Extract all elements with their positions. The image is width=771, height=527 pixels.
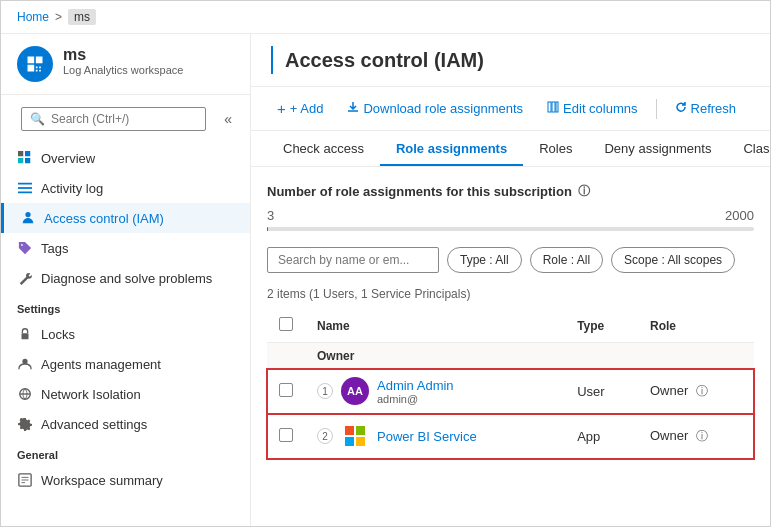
tab-check-access[interactable]: Check access xyxy=(267,131,380,166)
row-2-name-cell: 2 xyxy=(305,414,565,459)
group-label: Owner xyxy=(305,343,754,370)
sidebar-item-overview[interactable]: Overview xyxy=(1,143,250,173)
download-button[interactable]: Download role assignments xyxy=(337,96,533,121)
refresh-icon xyxy=(675,101,687,116)
svg-point-12 xyxy=(23,422,27,426)
settings-icon xyxy=(17,416,33,432)
type-filter-button[interactable]: Type : All xyxy=(447,247,522,273)
row-2-name-link[interactable]: Power BI Service xyxy=(377,429,477,444)
progress-min: 3 xyxy=(267,208,274,223)
svg-rect-17 xyxy=(548,102,551,112)
add-button[interactable]: + + Add xyxy=(267,95,333,122)
sidebar-item-locks[interactable]: Locks xyxy=(1,319,250,349)
sidebar: ms Log Analytics workspace 🔍 « Overview xyxy=(1,34,251,526)
grid-icon xyxy=(17,150,33,166)
select-all-checkbox[interactable] xyxy=(279,317,293,331)
sidebar-item-workspace-summary[interactable]: Workspace summary xyxy=(1,465,250,495)
settings-section-label: Settings xyxy=(1,293,250,319)
row-1-name-link[interactable]: Admin Admin xyxy=(377,378,454,393)
sidebar-item-advanced[interactable]: Advanced settings xyxy=(1,409,250,439)
resource-name: ms xyxy=(63,46,183,64)
avatar xyxy=(17,46,53,82)
svg-rect-3 xyxy=(25,158,30,163)
breadcrumb-current: ms xyxy=(68,9,96,25)
tab-classic[interactable]: Classic xyxy=(727,131,770,166)
row-1-type: User xyxy=(565,369,638,414)
info-icon[interactable]: ⓘ xyxy=(578,183,590,200)
search-box[interactable]: 🔍 xyxy=(21,107,206,131)
row-1-email: admin@ xyxy=(377,393,454,405)
svg-rect-2 xyxy=(18,158,23,163)
edit-columns-button[interactable]: Edit columns xyxy=(537,96,647,121)
role-filter-button[interactable]: Role : All xyxy=(530,247,603,273)
sidebar-item-iam[interactable]: Access control (IAM) xyxy=(1,203,250,233)
breadcrumb-separator: > xyxy=(55,10,62,24)
row-2-type: App xyxy=(565,414,638,459)
tab-deny-assignments[interactable]: Deny assignments xyxy=(588,131,727,166)
search-name-input[interactable] xyxy=(267,247,439,273)
network-icon xyxy=(17,386,33,402)
progress-fill xyxy=(267,227,268,231)
svg-rect-22 xyxy=(345,437,354,446)
person-icon xyxy=(20,210,36,226)
progress-labels: 3 2000 xyxy=(267,208,754,223)
sidebar-item-tags[interactable]: Tags xyxy=(1,233,250,263)
table-row: 1 AA Admin Admin admin@ User xyxy=(267,369,754,414)
sidebar-header: ms Log Analytics workspace xyxy=(1,34,250,95)
toolbar-separator xyxy=(656,99,657,119)
svg-rect-20 xyxy=(345,426,354,435)
svg-rect-6 xyxy=(18,192,32,194)
tabs-row: Check access Role assignments Roles Deny… xyxy=(251,131,770,167)
section-title: Number of role assignments for this subs… xyxy=(267,183,754,200)
sidebar-item-diagnose[interactable]: Diagnose and solve problems xyxy=(1,263,250,293)
sidebar-label-agents: Agents management xyxy=(41,357,161,372)
sidebar-item-network[interactable]: Network Isolation xyxy=(1,379,250,409)
collapse-button[interactable]: « xyxy=(216,107,240,131)
items-count: 2 items (1 Users, 1 Service Principals) xyxy=(267,287,754,301)
search-icon: 🔍 xyxy=(30,112,45,126)
columns-icon xyxy=(547,101,559,116)
select-all-header xyxy=(267,309,305,343)
row-1-checkbox[interactable] xyxy=(279,383,293,397)
svg-point-9 xyxy=(22,359,27,364)
search-input[interactable] xyxy=(51,112,197,126)
row-2-name-group: Power BI Service xyxy=(377,429,477,444)
page-title: Access control (IAM) xyxy=(285,49,484,72)
row-1-info-icon[interactable]: ⓘ xyxy=(696,384,708,398)
row-2-info-icon[interactable]: ⓘ xyxy=(696,429,708,443)
sidebar-label-iam: Access control (IAM) xyxy=(44,211,164,226)
tab-roles[interactable]: Roles xyxy=(523,131,588,166)
sidebar-label-advanced: Advanced settings xyxy=(41,417,147,432)
search-row: 🔍 « xyxy=(1,95,250,143)
general-section-label: General xyxy=(1,439,250,465)
row-2-checkbox[interactable] xyxy=(279,428,293,442)
wrench-icon xyxy=(17,270,33,286)
role-assignments-table: Name Type Role Owner xyxy=(267,309,754,459)
scope-filter-button[interactable]: Scope : All scopes xyxy=(611,247,735,273)
role-column-header: Role xyxy=(638,309,754,343)
sidebar-item-agents[interactable]: Agents management xyxy=(1,349,250,379)
svg-rect-18 xyxy=(552,102,555,112)
sidebar-label-overview: Overview xyxy=(41,151,95,166)
summary-icon xyxy=(17,472,33,488)
table-row: 2 xyxy=(267,414,754,459)
type-column-header: Type xyxy=(565,309,638,343)
sidebar-item-activity-log[interactable]: Activity log xyxy=(1,173,250,203)
sidebar-label-diagnose: Diagnose and solve problems xyxy=(41,271,212,286)
row-1-avatar: AA xyxy=(341,377,369,405)
refresh-button[interactable]: Refresh xyxy=(665,96,747,121)
name-column-header: Name xyxy=(305,309,565,343)
breadcrumb-home[interactable]: Home xyxy=(17,10,49,24)
svg-rect-21 xyxy=(356,426,365,435)
progress-max: 2000 xyxy=(725,208,754,223)
svg-rect-8 xyxy=(22,333,29,339)
agents-icon xyxy=(17,356,33,372)
content-body: Number of role assignments for this subs… xyxy=(251,167,770,526)
progress-bar-container: 3 2000 xyxy=(267,208,754,231)
tab-role-assignments[interactable]: Role assignments xyxy=(380,131,523,166)
lock-icon xyxy=(17,326,33,342)
sidebar-label-activity-log: Activity log xyxy=(41,181,103,196)
filters-row: Type : All Role : All Scope : All scopes xyxy=(267,247,754,273)
main-layout: ms Log Analytics workspace 🔍 « Overview xyxy=(1,34,770,526)
row-checkbox-cell xyxy=(267,414,305,459)
